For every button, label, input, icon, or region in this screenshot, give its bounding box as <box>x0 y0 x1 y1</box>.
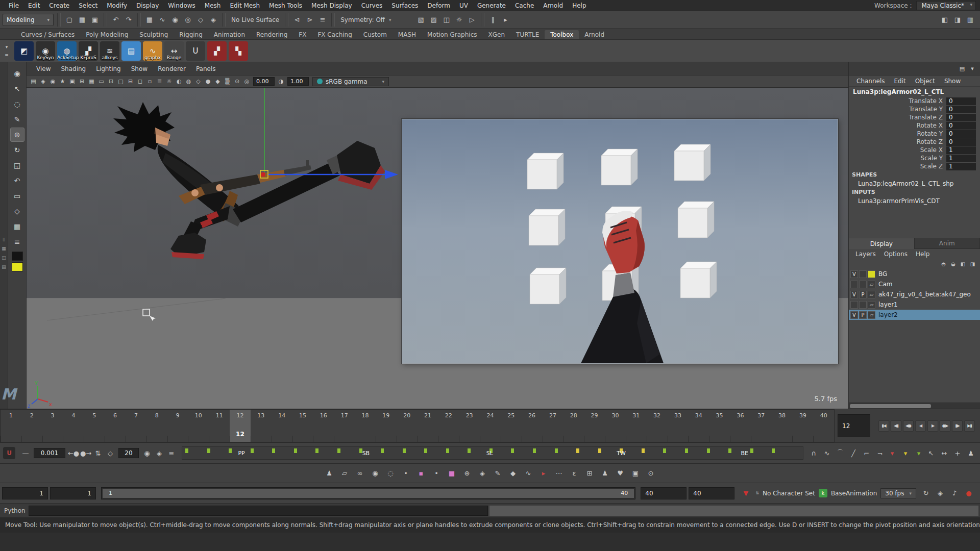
menu-item[interactable]: Modify <box>102 1 132 10</box>
timeline-tick[interactable]: 16 <box>313 410 334 442</box>
menu-item[interactable]: Mesh Display <box>307 1 357 10</box>
paint-select-tool-icon[interactable]: ✎ <box>10 112 24 127</box>
timeline-tick[interactable]: 4 <box>63 410 84 442</box>
shelf-tab[interactable]: Curves / Surfaces <box>15 30 80 39</box>
viewport-menu-item[interactable]: Renderer <box>153 64 190 73</box>
new-scene-icon[interactable]: ▢ <box>63 14 76 26</box>
keyframe-mark[interactable] <box>772 448 775 453</box>
layer-name[interactable]: layer1 <box>876 301 898 308</box>
layer-editor-tab[interactable]: Anim <box>915 238 980 249</box>
attribute-value-field[interactable]: 1 <box>946 155 976 162</box>
make-live-icon[interactable]: ◈ <box>207 14 219 26</box>
gamma-field[interactable]: 1.00 <box>287 77 309 86</box>
snap-to-projected-center-icon[interactable]: ◎ <box>182 14 194 26</box>
channel-layout-icon[interactable]: ▤ <box>958 64 967 73</box>
flag-marker-icon[interactable]: ▸ <box>538 468 549 479</box>
contrast-icon[interactable]: ◑ <box>276 77 286 86</box>
menu-item[interactable]: Edit <box>23 1 44 10</box>
timeline-tick[interactable]: 13 <box>251 410 272 442</box>
timeline-tick[interactable]: 17 <box>334 410 355 442</box>
layer-name[interactable]: Cam <box>876 281 892 288</box>
shaded-mode-icon[interactable]: ● <box>203 77 213 86</box>
go-to-end-button[interactable]: ▶▮ <box>964 420 975 432</box>
channel-box-menu-item[interactable]: Edit <box>891 77 910 85</box>
shelf-item-keysyn[interactable]: ◉ KeySyn <box>36 41 55 61</box>
viewport-menu-item[interactable]: Shading <box>56 64 90 73</box>
keyframe-mark[interactable] <box>468 448 471 453</box>
record-icon[interactable]: ● <box>963 487 975 499</box>
keyframe-mark[interactable] <box>403 448 406 453</box>
open-scene-icon[interactable]: ▦ <box>76 14 88 26</box>
attribute-value-field[interactable]: 1 <box>946 163 976 170</box>
timeline-tick[interactable]: 31 <box>626 410 647 442</box>
layer-row[interactable]: V BG <box>849 269 980 279</box>
shelf-item-blue-tool[interactable]: ◩ <box>14 41 34 61</box>
attribute-value-field[interactable]: 0 <box>946 130 976 138</box>
playback-start-field[interactable]: 1 <box>50 487 96 499</box>
attribute-label[interactable]: Scale Y <box>849 155 946 162</box>
command-input[interactable] <box>29 506 488 516</box>
buffer-curve-red-icon[interactable]: ▾ <box>886 447 898 459</box>
menu-item[interactable]: Mesh <box>200 1 226 10</box>
input-node-name[interactable]: Luna3p:armorPrimVis_CDT <box>849 197 980 205</box>
viewport-menu-item[interactable]: Show <box>127 64 152 73</box>
go-to-start-button[interactable]: ▮◀ <box>878 420 889 432</box>
flat-tangent-icon[interactable]: ∩ <box>807 447 820 459</box>
colorspace-select[interactable]: sRGB gamma ▾ <box>312 77 389 86</box>
layer-visibility-toggle[interactable] <box>850 301 858 309</box>
new-layer-from-selected-icon[interactable]: ◨ <box>968 260 977 268</box>
keyframe-mark[interactable] <box>642 448 645 453</box>
character-3d-model[interactable] <box>113 102 385 259</box>
grid-toggle-icon[interactable]: ▦ <box>87 77 96 86</box>
viewport-menu-item[interactable]: Panels <box>191 64 220 73</box>
keyframe-mark[interactable] <box>381 448 384 453</box>
launch-sequence-render-icon[interactable]: ▷ <box>466 14 478 26</box>
plateau-tangent-icon[interactable]: ¬ <box>874 447 886 459</box>
keyframe-strip[interactable]: PPSBSLTWBE <box>182 446 803 460</box>
scale-tool-icon[interactable]: ◱ <box>10 158 24 172</box>
shelf-tab[interactable]: Arnold <box>579 30 610 39</box>
last-tool-icon[interactable]: ↶ <box>10 173 24 188</box>
menu-item[interactable]: Deform <box>423 1 455 10</box>
camera-attributes-icon[interactable]: ◉ <box>48 77 58 86</box>
shelf-tab[interactable]: Animation <box>208 30 251 39</box>
evaluation-mode-icon[interactable]: ▸ <box>500 14 512 26</box>
menu-item[interactable]: File <box>4 1 23 10</box>
color-swatch-yellow[interactable] <box>12 262 23 271</box>
layer-name[interactable]: BG <box>876 270 887 278</box>
textured-mode-icon[interactable]: ◆ <box>213 77 223 86</box>
layer-editor-menu-item[interactable]: Help <box>912 251 933 258</box>
layer-visibility-toggle[interactable] <box>850 281 858 288</box>
shelf-item-range[interactable]: ↔ Range <box>164 41 184 61</box>
timeline-tick[interactable]: 5 <box>84 410 105 442</box>
attribute-value-field[interactable]: 1 <box>946 146 976 154</box>
keyframe-mark[interactable] <box>251 448 254 453</box>
menu-item[interactable]: Curves <box>357 1 387 10</box>
key-marker-square-icon[interactable]: ■ <box>447 468 457 479</box>
step-forward-frame-button[interactable]: ▮▶ <box>952 420 963 432</box>
keyframe-mark[interactable] <box>663 448 666 453</box>
safe-action-icon[interactable]: ◻ <box>135 77 145 86</box>
move-tool-icon[interactable]: ⊕ <box>10 128 24 142</box>
keyframe-mark[interactable] <box>337 448 340 453</box>
cube-display-icon[interactable]: ▣ <box>630 468 641 479</box>
retime-tool-icon[interactable]: ◆ <box>508 468 519 479</box>
keyframe-mark[interactable] <box>315 448 318 453</box>
step-back-key-button[interactable]: ◀● <box>903 420 914 432</box>
snap-to-view-plane-icon[interactable]: ◇ <box>194 14 207 26</box>
keyframe-mark[interactable] <box>272 448 275 453</box>
panel-layout-split-icon[interactable]: ◫ <box>1 254 8 261</box>
retime-keys-icon[interactable]: ↔ <box>938 447 950 459</box>
layer-color-swatch[interactable] <box>868 270 875 278</box>
channel-box-menu-item[interactable]: Object <box>912 77 939 85</box>
anim-options-icon[interactable]: ≡ <box>165 447 178 459</box>
plugin-logo-icon[interactable]: U <box>3 447 15 459</box>
keyframe-mark[interactable] <box>598 448 601 453</box>
shelf-tab[interactable]: FX <box>293 30 312 39</box>
layer-playback-toggle[interactable] <box>859 281 867 288</box>
redo-icon[interactable]: ↷ <box>122 14 135 26</box>
bookmark-icon[interactable]: ▼ <box>740 487 752 499</box>
move-nearest-key-icon[interactable]: ⊕ <box>462 468 473 479</box>
range-slider-bar[interactable]: 1 40 <box>103 489 634 498</box>
timeline-tick[interactable]: 26 <box>522 410 543 442</box>
